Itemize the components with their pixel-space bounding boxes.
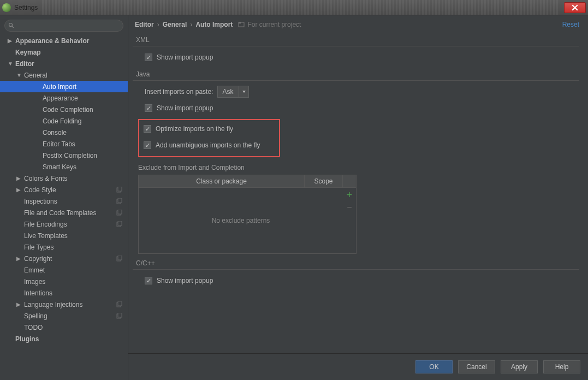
tree-item-auto-import[interactable]: ▶Auto Import — [0, 81, 128, 92]
svg-line-1 — [12, 26, 14, 28]
breadcrumb-2: Auto Import — [195, 21, 233, 28]
tree-item-label: Live Templates — [24, 232, 68, 240]
apply-button[interactable]: Apply — [501, 360, 538, 373]
help-button[interactable]: Help — [543, 360, 580, 373]
ok-button[interactable]: OK — [415, 360, 453, 373]
tree-item-smart-keys[interactable]: ▶Smart Keys — [0, 161, 128, 173]
search-field[interactable] — [4, 20, 123, 32]
tree-item-label: Code Folding — [43, 117, 81, 125]
tree-item-label: Language Injections — [24, 301, 82, 308]
tree-item-file-encodings[interactable]: ▶File Encodings — [0, 218, 128, 230]
tree-item-editor-tabs[interactable]: ▶Editor Tabs — [0, 138, 128, 150]
optimize-imports-label: Optimize imports on the fly — [156, 125, 233, 133]
tree-item-editor[interactable]: ▼Editor — [0, 58, 128, 69]
tree-item-code-style[interactable]: ▶Code Style — [0, 184, 128, 195]
breadcrumb-1[interactable]: General — [163, 21, 187, 28]
window-close-button[interactable] — [564, 2, 586, 13]
tree-item-label: Code Completion — [43, 106, 93, 114]
tree-item-label: Appearance — [43, 94, 78, 102]
highlighted-options: Optimize imports on the fly Add unambigu… — [138, 119, 280, 157]
exclude-table: Class or package Scope No exclude patter… — [138, 175, 357, 254]
insert-on-paste-dropdown[interactable]: Ask — [217, 86, 249, 98]
tree-item-live-templates[interactable]: ▶Live Templates — [0, 230, 128, 241]
section-java-title: Java — [133, 68, 579, 81]
tree-item-general[interactable]: ▼General — [0, 69, 128, 81]
svg-rect-17 — [239, 22, 241, 23]
dropdown-arrow-icon[interactable] — [239, 86, 248, 97]
tree-item-plugins[interactable]: ▶Plugins — [0, 333, 128, 345]
tree-item-colors-fonts[interactable]: ▶Colors & Fonts — [0, 173, 128, 184]
insert-on-paste-value: Ask — [218, 87, 239, 97]
caret-down-icon: ▼ — [16, 72, 22, 78]
tree-item-label: Code Style — [24, 186, 56, 194]
caret-right-icon: ▶ — [16, 187, 22, 193]
java-show-popup-row[interactable]: Show import popup — [145, 103, 579, 114]
tree-item-file-types[interactable]: ▶File Types — [0, 241, 128, 253]
tree-item-label: Emmet — [24, 266, 45, 274]
xml-show-popup-row[interactable]: Show import popup — [145, 52, 579, 63]
project-scope-icon — [116, 256, 122, 262]
unambiguous-imports-label: Add unambiguous imports on the fly — [156, 141, 260, 149]
tree-item-label: File Types — [24, 244, 54, 251]
sidebar: ▶Appearance & Behavior▶Keymap▼Editor▼Gen… — [0, 15, 128, 380]
java-show-popup-label: Show import popup — [157, 104, 213, 112]
project-scope-icon — [116, 210, 122, 216]
search-icon — [8, 22, 15, 29]
cpp-show-popup-checkbox[interactable] — [145, 277, 152, 284]
cpp-show-popup-row[interactable]: Show import popup — [145, 275, 579, 286]
tree-item-keymap[interactable]: ▶Keymap — [0, 46, 128, 58]
dialog-footer: OK Cancel Apply Help — [128, 353, 588, 380]
xml-show-popup-checkbox[interactable] — [145, 54, 152, 61]
main-panel: Editor › General › Auto Import For curre… — [128, 15, 588, 380]
exclude-empty-text: No exclude patterns — [139, 188, 343, 253]
tree-item-label: Smart Keys — [43, 163, 76, 171]
cancel-button[interactable]: Cancel — [458, 360, 495, 373]
tree-item-language-injections[interactable]: ▶Language Injections — [0, 299, 128, 310]
svg-rect-11 — [118, 256, 122, 260]
optimize-imports-checkbox[interactable] — [144, 125, 151, 133]
tree-item-images[interactable]: ▶Images — [0, 276, 128, 287]
unambiguous-imports-row[interactable]: Add unambiguous imports on the fly — [144, 140, 275, 151]
svg-rect-15 — [118, 313, 122, 317]
tree-item-file-and-code-templates[interactable]: ▶File and Code Templates — [0, 207, 128, 218]
exclude-col-scope[interactable]: Scope — [305, 175, 343, 187]
tree-item-label: File Encodings — [24, 221, 67, 228]
settings-tree[interactable]: ▶Appearance & Behavior▶Keymap▼Editor▼Gen… — [0, 35, 128, 380]
tree-item-appearance[interactable]: ▶Appearance — [0, 92, 128, 104]
svg-rect-5 — [118, 198, 122, 203]
tree-item-label: Images — [24, 278, 45, 286]
optimize-imports-row[interactable]: Optimize imports on the fly — [144, 123, 275, 134]
project-scope-icon — [116, 313, 122, 319]
tree-item-intentions[interactable]: ▶Intentions — [0, 287, 128, 299]
tree-item-label: Colors & Fonts — [24, 175, 67, 182]
tree-item-todo[interactable]: ▶TODO — [0, 322, 128, 333]
xml-show-popup-label: Show import popup — [157, 54, 213, 61]
tree-item-appearance-behavior[interactable]: ▶Appearance & Behavior — [0, 35, 128, 46]
tree-item-spelling[interactable]: ▶Spelling — [0, 310, 128, 322]
tree-item-emmet[interactable]: ▶Emmet — [0, 264, 128, 276]
reset-link[interactable]: Reset — [562, 21, 579, 28]
tree-item-label: Editor Tabs — [43, 140, 75, 148]
unambiguous-imports-checkbox[interactable] — [144, 141, 151, 149]
exclude-col-class[interactable]: Class or package — [139, 175, 305, 187]
svg-rect-7 — [118, 210, 122, 214]
tree-item-code-folding[interactable]: ▶Code Folding — [0, 115, 128, 127]
tree-item-copyright[interactable]: ▶Copyright — [0, 253, 128, 264]
tree-item-label: Spelling — [24, 312, 47, 320]
java-show-popup-checkbox[interactable] — [145, 104, 152, 112]
tree-item-code-completion[interactable]: ▶Code Completion — [0, 104, 128, 115]
titlebar-spacer — [42, 0, 560, 15]
tree-item-inspections[interactable]: ▶Inspections — [0, 195, 128, 207]
caret-right-icon: ▶ — [16, 256, 22, 262]
exclude-remove-button[interactable]: − — [347, 203, 352, 212]
breadcrumb-0[interactable]: Editor — [135, 21, 154, 28]
tree-item-label: Copyright — [24, 255, 52, 263]
search-input[interactable] — [17, 22, 120, 29]
tree-item-label: Plugins — [15, 335, 39, 343]
tree-item-console[interactable]: ▶Console — [0, 127, 128, 138]
tree-item-postfix-completion[interactable]: ▶Postfix Completion — [0, 150, 128, 161]
svg-rect-9 — [118, 221, 122, 225]
app-icon — [2, 3, 11, 12]
exclude-add-button[interactable]: + — [347, 190, 353, 200]
project-scope-icon — [116, 198, 122, 205]
